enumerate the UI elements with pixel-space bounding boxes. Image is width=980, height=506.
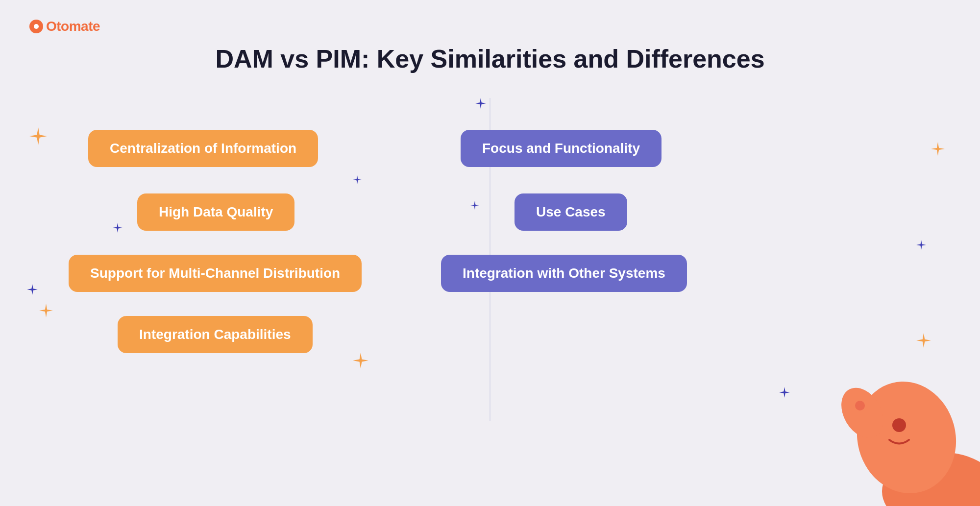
pill-use-cases: Use Cases xyxy=(514,193,627,231)
pill-integration-cap: Integration Capabilities xyxy=(118,316,313,353)
pill-integration-sys: Integration with Other Systems xyxy=(441,255,687,292)
svg-marker-0 xyxy=(29,127,47,145)
sparkle-icon xyxy=(27,284,38,295)
sparkle-icon xyxy=(916,240,926,250)
sparkle-icon xyxy=(470,201,479,210)
sparkle-icon xyxy=(113,223,122,233)
pill-centralization: Centralization of Information xyxy=(88,130,318,167)
svg-marker-11 xyxy=(353,175,362,184)
svg-marker-9 xyxy=(779,387,790,398)
svg-marker-6 xyxy=(113,223,122,233)
svg-marker-1 xyxy=(39,304,53,317)
svg-point-15 xyxy=(892,418,906,432)
sparkle-icon xyxy=(353,353,368,368)
sparkle-icon xyxy=(779,387,790,398)
hand-character xyxy=(804,310,980,506)
pill-focus: Focus and Functionality xyxy=(461,130,662,167)
pill-data-quality: High Data Quality xyxy=(137,193,294,231)
sparkle-icon xyxy=(29,127,47,145)
svg-marker-5 xyxy=(475,98,486,109)
svg-marker-10 xyxy=(916,240,926,250)
sparkle-icon xyxy=(353,175,362,184)
svg-marker-2 xyxy=(353,353,368,368)
svg-point-16 xyxy=(855,401,865,410)
sparkle-icon xyxy=(475,98,486,109)
pill-multichannel: Support for Multi-Channel Distribution xyxy=(69,255,362,292)
svg-marker-8 xyxy=(27,284,38,295)
logo-text: Otomate xyxy=(46,19,100,34)
sparkle-icon xyxy=(931,142,945,156)
logo-icon xyxy=(29,20,43,33)
page-title: DAM vs PIM: Key Similarities and Differe… xyxy=(215,44,764,73)
logo: Otomate xyxy=(29,19,100,34)
sparkle-icon xyxy=(39,304,53,317)
svg-marker-7 xyxy=(470,201,479,210)
svg-marker-3 xyxy=(931,142,945,156)
